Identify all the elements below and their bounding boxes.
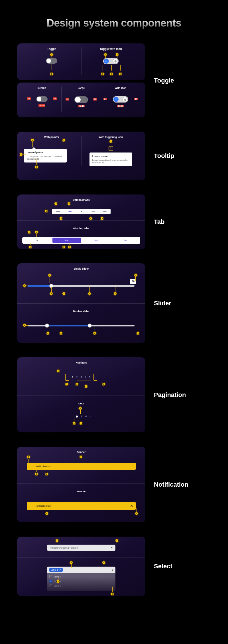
tooltip-title: Lorem ipsum <box>92 155 129 158</box>
variant-label: With icon <box>101 87 140 89</box>
notification-toaster: ! Notification text ✕ <box>27 502 136 510</box>
tooltip-title: Lorem ipsum <box>27 151 64 154</box>
select-card: Please choose an option ▾ Label 1✕ ▾ Lab… <box>17 537 145 596</box>
chevron-down-icon: ▾ <box>112 569 113 571</box>
single-slider[interactable]: 56 <box>28 285 135 287</box>
tabs-compact: Tab Tab Tab Tab Tab <box>52 209 110 214</box>
tab-item[interactable]: Tab <box>99 209 111 214</box>
tab-item[interactable]: Tab <box>52 209 64 214</box>
section-label: Slider <box>154 300 171 307</box>
variant-label: Toggle with icon <box>82 47 141 51</box>
tab-item[interactable]: Tab <box>82 238 110 243</box>
tooltip: Lorem ipsum Lorem ipsum dolor sit amet, … <box>24 149 67 162</box>
section-notification: Banner ! Notification text Toaster <box>0 447 228 522</box>
dim-tag: 24 <box>134 98 138 100</box>
dim-tag: 24×40 <box>78 105 85 107</box>
page-number[interactable]: 3 <box>80 376 82 379</box>
select-placeholder: Please choose an option <box>50 546 78 549</box>
slider-handle[interactable] <box>88 324 92 328</box>
select-single[interactable]: Please choose an option ▾ <box>47 545 115 551</box>
dim-tag: 20×36 <box>38 104 45 107</box>
section-label: Notification <box>154 481 188 488</box>
chevron-left-icon[interactable]: ‹ <box>72 415 73 418</box>
tab-item[interactable]: Tab <box>23 238 52 243</box>
page-number[interactable]: 5 <box>89 376 91 379</box>
slider-handle[interactable] <box>45 324 49 328</box>
check-icon: ✓ <box>113 97 119 102</box>
variant-label: Dots <box>22 402 140 405</box>
select-option[interactable]: Label 3 <box>49 583 113 588</box>
tab-card: Compact tabs Tab Tab Tab Tab Tab <box>17 194 145 249</box>
toggle-icon-switch[interactable]: ✓ ⊘ <box>113 96 128 103</box>
tab-item[interactable]: Tab <box>52 238 81 243</box>
notification-banner: ! Notification text <box>27 463 136 470</box>
tab-item[interactable]: Tab <box>87 209 99 214</box>
variant-label: Default <box>22 87 61 89</box>
pagination-dots: ‹ › <box>72 415 91 418</box>
info-icon[interactable]: i <box>109 146 113 151</box>
double-slider[interactable] <box>28 325 135 326</box>
alert-icon: ! <box>32 504 33 507</box>
variant-label: Floating tabs <box>22 227 140 230</box>
dim-tag: 24 <box>103 98 107 100</box>
close-icon[interactable]: ✕ <box>59 569 61 571</box>
pagination-card: Numbers ‹ 1 2 3 4 5 › <box>17 357 145 432</box>
tabs-floating: Tab Tab Tab Tab <box>22 237 140 244</box>
section-slider: Single slider 56 <box>0 263 228 343</box>
tab-item[interactable]: Tab <box>76 209 87 214</box>
dim-tag: 24×56 <box>117 105 124 107</box>
section-tooltip: With pointer Lorem ipsum Lorem ipsum dol… <box>0 132 228 180</box>
tooltip-body: Lorem ipsum dolor sit amet, consectetur … <box>27 155 64 160</box>
variant-label: Double slider <box>22 310 140 313</box>
dim-tag: 20 <box>66 98 69 101</box>
section-label: Tab <box>154 218 164 226</box>
variant-label: Banner <box>22 451 140 454</box>
pagination-dot[interactable] <box>76 416 78 418</box>
chevron-right-icon[interactable]: › <box>90 415 91 418</box>
dim-tag: 16 <box>53 97 57 100</box>
section-label: Select <box>154 563 172 570</box>
select-chip[interactable]: Label 1✕ <box>49 568 63 572</box>
page-number[interactable]: 4 <box>85 376 86 379</box>
variant-label: Large <box>62 87 101 89</box>
notification-text: Notification text <box>36 505 128 507</box>
tab-item[interactable]: Tab <box>64 209 76 214</box>
select-option[interactable]: Label 1 <box>49 574 113 579</box>
section-label: Toggle <box>154 77 174 84</box>
close-icon[interactable]: ✕ <box>130 504 133 508</box>
tooltip-card: With pointer Lorem ipsum Lorem ipsum dol… <box>17 132 145 180</box>
section-pagination: Numbers ‹ 1 2 3 4 5 › <box>0 357 228 432</box>
cancel-icon: ⊘ <box>113 59 118 64</box>
variant-label: Compact tabs <box>22 198 140 201</box>
check-icon: ✓ <box>104 59 109 64</box>
dim-tag: 20 <box>93 98 97 101</box>
toggle-switch-large[interactable] <box>74 96 88 103</box>
variant-label: Single slider <box>22 267 140 270</box>
chevron-right-icon[interactable]: › <box>95 376 96 379</box>
variant-label: Toaster <box>22 490 140 493</box>
tab-item[interactable]: Tab <box>111 238 139 243</box>
page-number[interactable]: 1 <box>72 376 73 379</box>
tooltip: Lorem ipsum Lorem ipsum dolor sit amet, … <box>89 153 132 166</box>
pagination-dot[interactable] <box>85 416 87 417</box>
toggle-switch[interactable] <box>36 96 48 102</box>
section-toggle: Toggle Toggle with icon ✓ <box>0 43 228 117</box>
section-tab: Compact tabs Tab Tab Tab Tab Tab <box>0 194 228 249</box>
variant-label: Toggle <box>22 47 81 51</box>
page-title: Design system components <box>0 17 228 29</box>
chevron-down-icon: ▾ <box>111 546 113 549</box>
variant-label: With triggering icon <box>82 136 141 139</box>
section-select: Please choose an option ▾ Label 1✕ ▾ Lab… <box>0 537 228 596</box>
section-label: Pagination <box>154 391 186 399</box>
slider-card: Single slider 56 <box>17 263 145 343</box>
pagination-numbers: ‹ 1 2 3 4 5 › <box>65 374 97 381</box>
toggle-dim-card: Default 16 16 20×36 Large 20 20 <box>17 83 145 117</box>
notification-card: Banner ! Notification text Toaster <box>17 447 145 522</box>
notification-text: Notification text <box>36 465 133 468</box>
tooltip-body: Lorem ipsum dolor sit amet, consectetur … <box>92 159 129 164</box>
variant-label: With pointer <box>22 136 81 139</box>
section-label: Tooltip <box>154 152 174 160</box>
variant-label: Numbers <box>22 361 140 364</box>
select-multi[interactable]: Label 1✕ ▾ Label 1 ✓Label 2 Label 3 <box>47 567 115 591</box>
dim-tag: 16 <box>27 97 30 100</box>
